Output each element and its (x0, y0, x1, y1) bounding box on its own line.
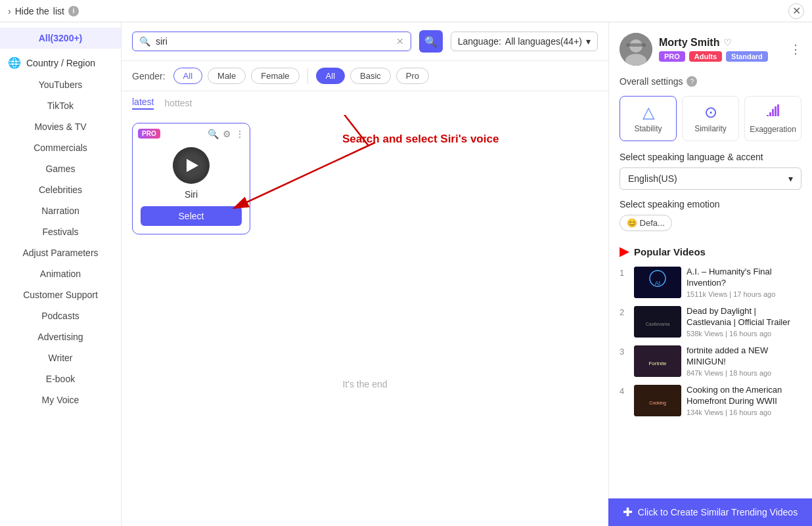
setting-card-similarity[interactable]: ⊙ Similarity (682, 96, 739, 141)
sidebar-item-movies-tv[interactable]: Movies & TV (0, 116, 121, 137)
sidebar-item-narration[interactable]: Narration (0, 200, 121, 221)
search-input[interactable]: siri (156, 36, 391, 47)
setting-card-stability[interactable]: △ Stability (620, 96, 677, 141)
tier-pro-button[interactable]: Pro (396, 68, 429, 84)
video-info-1: A.I. – Humanity's Final Invention? 1511k… (687, 267, 801, 298)
gender-female-button[interactable]: Female (251, 68, 299, 84)
badge-adults: Adults (689, 51, 722, 62)
popular-videos-title: ▶ Popular Videos (620, 244, 801, 259)
select-voice-button[interactable]: Select (141, 206, 242, 226)
heart-icon[interactable]: ♡ (723, 37, 732, 48)
annotation-text: Search and select Siri's voice (342, 133, 499, 146)
more-card-icon[interactable]: ⋮ (235, 129, 244, 139)
sidebar-label-country-region: Country / Region (26, 58, 95, 68)
similarity-icon: ⊙ (687, 103, 734, 121)
video-item-1[interactable]: 1 AI A.I. – Humanity's Final Invention? … (620, 267, 801, 298)
end-text: It's the end (132, 379, 598, 389)
voice-name: Siri (141, 189, 242, 200)
gender-male-button[interactable]: Male (208, 68, 246, 84)
video-thumb-4: Cooking (634, 385, 681, 416)
stability-label: Stability (624, 124, 672, 133)
gender-filter-label: Gender: (132, 71, 166, 81)
exaggeration-icon (749, 103, 797, 122)
svg-text:AI: AI (655, 280, 661, 286)
sidebar-item-podcasts[interactable]: Podcasts (0, 305, 121, 326)
sidebar-item-customer-support[interactable]: Customer Support (0, 284, 121, 305)
bottom-cta-button[interactable]: ✚ Click to Create Similar Trending Video… (608, 498, 812, 526)
voice-grid-wrapper: PRO 🔍 ⚙ ⋮ Siri Select (132, 123, 598, 389)
tab-latest[interactable]: latest (132, 97, 154, 110)
sidebar-item-my-voice[interactable]: My Voice (0, 389, 121, 410)
sidebar: All(3200+) 🌐 Country / Region YouTubers … (0, 22, 122, 526)
sidebar-item-youtubers[interactable]: YouTubers (0, 74, 121, 95)
setting-card-exaggeration[interactable]: Exaggeration (744, 96, 801, 141)
hide-list-button[interactable]: › Hide the list i (8, 6, 79, 16)
hide-label: Hide the (15, 6, 49, 16)
sidebar-item-country-region[interactable]: 🌐 Country / Region (0, 51, 121, 74)
search-box[interactable]: 🔍 siri ✕ (132, 32, 411, 51)
svg-text:Cooking: Cooking (649, 401, 666, 406)
search-clear-icon[interactable]: ✕ (396, 36, 404, 47)
sidebar-item-games[interactable]: Games (0, 158, 121, 179)
sidebar-item-celebrities[interactable]: Celebrities (0, 179, 121, 200)
emotion-chip[interactable]: 😊 Defa... (620, 215, 672, 231)
user-profile: Morty Smith ♡ PRO Adults Standard ⋮ (620, 33, 801, 66)
video-title-2: Dead by Daylight | Castlevania | Officia… (687, 306, 801, 328)
search-button[interactable]: 🔍 (419, 30, 443, 53)
video-thumb-3: Fortnite (634, 345, 681, 377)
search-btn-icon: 🔍 (424, 35, 438, 48)
settings-card-icon[interactable]: ⚙ (223, 129, 231, 139)
language-selector[interactable]: Language: All languages(44+) ▾ (451, 32, 598, 51)
tabs-row: latest hottest (122, 91, 608, 115)
sidebar-item-writer[interactable]: Writer (0, 347, 121, 368)
info-icon: i (68, 6, 79, 16)
card-icons: 🔍 ⚙ ⋮ (208, 129, 244, 139)
video-info-3: fortnite added a NEW MINIGUN! 847k Views… (687, 345, 801, 377)
video-num-2: 2 (620, 307, 629, 317)
video-info-2: Dead by Daylight | Castlevania | Officia… (687, 306, 801, 338)
close-button[interactable]: ✕ (788, 3, 804, 19)
filter-separator (307, 68, 308, 84)
sidebar-item-tiktok[interactable]: TikTok (0, 95, 121, 116)
sidebar-item-festivals[interactable]: Festivals (0, 221, 121, 242)
badge-standard: Standard (726, 51, 768, 62)
overall-settings-label: Overall settings (620, 76, 683, 87)
user-info: Morty Smith ♡ PRO Adults Standard (659, 37, 783, 62)
language-value: All languages(44+) (505, 36, 582, 47)
speaking-language-label: Select speaking language & accent (620, 152, 801, 162)
more-options-button[interactable]: ⋮ (790, 42, 801, 56)
tier-all-button[interactable]: All (316, 68, 345, 84)
video-num-4: 4 (620, 386, 629, 396)
video-item-2[interactable]: 2 Castlevania Dead by Daylight | Castlev… (620, 306, 801, 338)
emotion-section: Select speaking emotion 😊 Defa... (620, 199, 801, 231)
dropdown-chevron-icon: ▾ (788, 173, 793, 184)
sidebar-item-animation[interactable]: Animation (0, 263, 121, 284)
svg-rect-6 (626, 43, 646, 47)
filter-row: Gender: All Male Female All Basic Pro (122, 61, 608, 91)
globe-icon: 🌐 (8, 56, 21, 69)
sidebar-item-e-book[interactable]: E-book (0, 368, 121, 389)
language-label: Language: (458, 36, 501, 47)
user-name: Morty Smith ♡ (659, 37, 783, 49)
svg-text:Castlevania: Castlevania (646, 322, 670, 326)
video-num-3: 3 (620, 347, 629, 357)
gender-all-button[interactable]: All (173, 68, 202, 84)
sidebar-all[interactable]: All(3200+) (0, 28, 121, 49)
video-num-1: 1 (620, 268, 629, 278)
video-item-3[interactable]: 3 Fortnite fortnite added a NEW MINIGUN!… (620, 345, 801, 377)
video-item-4[interactable]: 4 Cooking Cooking on the American Homefr… (620, 385, 801, 416)
speaking-language-dropdown[interactable]: English(US) ▾ (620, 167, 801, 190)
tab-hottest[interactable]: hottest (164, 98, 192, 108)
play-button[interactable] (173, 147, 210, 184)
tier-basic-button[interactable]: Basic (350, 68, 391, 84)
video-title-4: Cooking on the American Homefront During… (687, 385, 801, 407)
search-card-icon[interactable]: 🔍 (208, 129, 219, 139)
sidebar-item-commercials[interactable]: Commercials (0, 137, 121, 158)
sidebar-item-advertising[interactable]: Advertising (0, 326, 121, 347)
sidebar-item-adjust-params[interactable]: Adjust Parameters (0, 242, 121, 263)
voice-grid-area: PRO 🔍 ⚙ ⋮ Siri Select (122, 115, 608, 526)
user-badges: PRO Adults Standard (659, 51, 783, 62)
search-row: 🔍 siri ✕ 🔍 Language: All languages(44+) … (122, 22, 608, 61)
overall-settings-info-icon: ? (687, 76, 697, 87)
video-meta-1: 1511k Views | 17 hours ago (687, 290, 801, 298)
